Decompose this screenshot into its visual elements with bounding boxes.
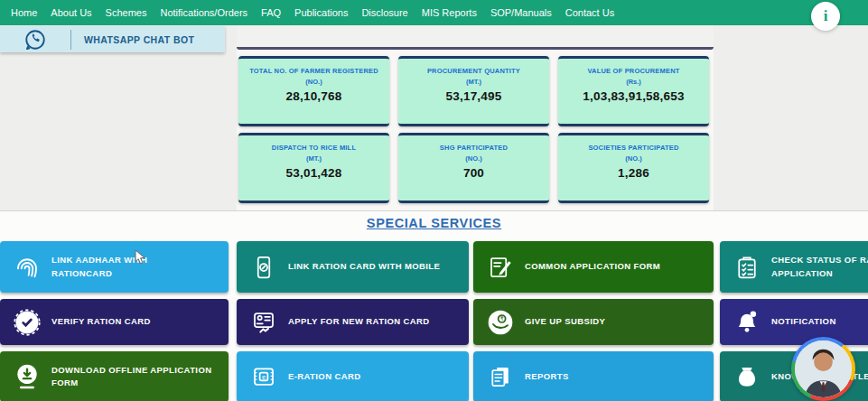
stat-value: 53,01,428 — [238, 166, 389, 180]
nav-item-contact-us[interactable]: Contact Us — [565, 7, 614, 18]
nav-item-mis-reports[interactable]: MIS Reports — [422, 7, 477, 18]
stat-title: DISPATCH TO RICE MILL — [238, 143, 389, 154]
nav-item-notifications-orders[interactable]: Notifications/Orders — [160, 7, 247, 18]
tile-link-ration-card-with-mobile[interactable]: LINK RATION CARD WITH MOBILE — [237, 241, 469, 293]
tile-give-up-subsidy[interactable]: ₹ GIVE UP SUBSIDY — [473, 299, 714, 345]
tile-download-offline-application-form[interactable]: DOWNLOAD OFFLINE APPLICATION FORM — [0, 351, 229, 401]
download-icon — [12, 361, 42, 392]
chat-assistant-avatar[interactable] — [791, 337, 855, 401]
stat-unit: (MT.) — [238, 154, 389, 164]
stat-unit: (NO.) — [558, 154, 709, 164]
tile-notification[interactable]: NOTIFICATION — [720, 299, 868, 345]
avatar-photo — [795, 340, 852, 397]
tile-label: LINK RATION CARD WITH MOBILE — [288, 260, 440, 273]
stat-card-dispatch-to-rice-mill: DISPATCH TO RICE MILL (MT.) 53,01,428 — [238, 133, 389, 203]
stat-unit: (NO.) — [238, 77, 389, 88]
stat-title: SOCIETIES PARTICIPATED — [558, 143, 709, 154]
stat-unit: (NO.) — [398, 154, 549, 164]
hand-coin-icon: ₹ — [485, 307, 516, 338]
phone-link-icon — [248, 252, 279, 283]
tile-label: NOTIFICATION — [771, 315, 836, 328]
nav-item-disclosure[interactable]: Disclosure — [361, 7, 407, 18]
tile-apply-for-new-ration-card[interactable]: APPLY FOR NEW RATION CARD — [237, 299, 469, 345]
stat-title: SHG PARTICIPATED — [398, 143, 549, 154]
stat-title: VALUE OF PROCUREMENT — [558, 66, 709, 77]
sack-icon — [732, 361, 762, 392]
tile-label: GIVE UP SUBSIDY — [525, 315, 605, 328]
stat-title: TOTAL NO. OF FARMER REGISTERED — [238, 66, 389, 77]
whatsapp-widget-divider — [70, 30, 71, 50]
stat-value: 1,03,83,91,58,653 — [558, 89, 709, 103]
dashboard-stats-panel: TOTAL NO. OF FARMER REGISTERED (NO.) 28,… — [237, 25, 714, 210]
form-pencil-icon — [485, 252, 516, 283]
stat-value: 28,10,768 — [238, 89, 389, 103]
stat-title: PROCUREMENT QUANTITY — [398, 66, 549, 77]
clipboard-checklist-icon — [732, 252, 762, 283]
tile-label: CHECK STATUS OF RATION APPLICATION — [771, 254, 868, 280]
tile-label: VERIFY RATION CARD — [51, 315, 151, 328]
stat-value: 53,17,495 — [398, 89, 549, 103]
tile-label: E-RATION CARD — [288, 370, 361, 383]
stat-value: 1,286 — [558, 166, 709, 180]
tile-label: APPLY FOR NEW RATION CARD — [288, 315, 430, 328]
tile-common-application-form[interactable]: COMMON APPLICATION FORM — [473, 241, 714, 293]
stat-card-value-of-procurement: VALUE OF PROCUREMENT (Rs.) 1,03,83,91,58… — [558, 56, 709, 126]
whatsapp-widget-label: WHATSAPP CHAT BOT — [84, 34, 194, 45]
badge-check-icon — [12, 307, 42, 338]
top-navbar: Home About Us Schemes Notifications/Orde… — [0, 0, 868, 25]
tile-verify-ration-card[interactable]: VERIFY RATION CARD — [0, 299, 229, 345]
nav-item-about-us[interactable]: About Us — [51, 7, 91, 18]
tile-label: DOWNLOAD OFFLINE APPLICATION FORM — [51, 364, 219, 390]
tile-label: REPORTS — [525, 370, 569, 383]
tile-label: COMMON APPLICATION FORM — [525, 260, 660, 273]
special-services-heading: SPECIAL SERVICES — [0, 216, 868, 230]
special-services-section: SPECIAL SERVICES LINK AADHAAR WITH RATIO… — [0, 210, 868, 401]
previous-section-bottom-strip — [237, 25, 714, 50]
stat-unit: (MT.) — [398, 77, 549, 88]
tile-check-status-of-ration-application[interactable]: CHECK STATUS OF RATION APPLICATION — [720, 241, 868, 293]
report-doc-icon — [485, 361, 516, 392]
bell-icon — [732, 307, 762, 338]
stat-card-procurement-quantity: PROCUREMENT QUANTITY (MT.) 53,17,495 — [398, 56, 549, 126]
whatsapp-chat-bot-widget[interactable]: WHATSAPP CHAT BOT — [0, 26, 225, 52]
mouse-cursor — [135, 249, 146, 268]
nav-item-faq[interactable]: FAQ — [261, 7, 281, 18]
fingerprint-icon — [12, 252, 42, 283]
stat-card-shg-participated: SHG PARTICIPATED (NO.) 700 — [398, 133, 549, 203]
nav-item-home[interactable]: Home — [11, 7, 37, 18]
nav-item-sop-manuals[interactable]: SOP/Manuals — [490, 7, 552, 18]
tile-link-aadhaar-with-rationcard[interactable]: LINK AADHAAR WITH RATIONCARD — [0, 241, 229, 293]
id-card-hand-icon — [248, 307, 279, 338]
tile-label: LINK AADHAAR WITH RATIONCARD — [51, 254, 187, 280]
stat-unit: (Rs.) — [558, 77, 709, 88]
svg-text:₹: ₹ — [500, 315, 504, 322]
stat-card-farmer-registered: TOTAL NO. OF FARMER REGISTERED (NO.) 28,… — [238, 56, 389, 126]
svg-text:e: e — [262, 373, 266, 381]
nav-item-publications[interactable]: Publications — [294, 7, 348, 18]
tile-e-ration-card[interactable]: e E-RATION CARD — [237, 351, 469, 401]
info-icon: i — [824, 7, 828, 25]
tile-reports[interactable]: REPORTS — [473, 351, 714, 401]
e-card-icon: e — [248, 361, 279, 392]
info-button[interactable]: i — [811, 2, 840, 31]
stat-value: 700 — [398, 166, 549, 180]
stat-card-societies-participated: SOCIETIES PARTICIPATED (NO.) 1,286 — [558, 133, 709, 203]
whatsapp-icon — [0, 28, 70, 51]
nav-item-schemes[interactable]: Schemes — [106, 7, 147, 18]
